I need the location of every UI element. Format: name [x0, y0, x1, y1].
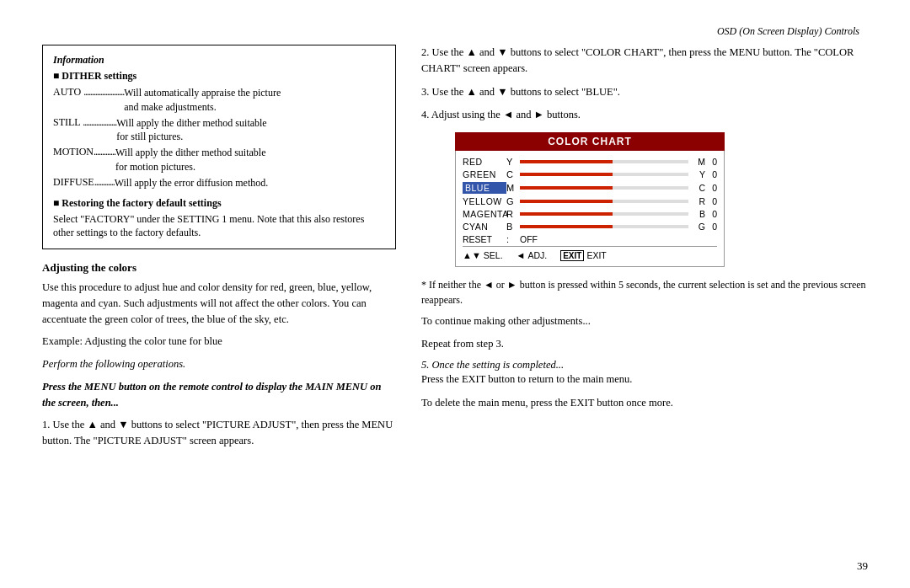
exit-label: EXIT: [586, 250, 606, 260]
bar-fill-blue: [520, 186, 613, 190]
bar-fill-magenta: [520, 212, 613, 216]
chart-reset-row: RESET : OFF: [463, 234, 717, 244]
row-value-red: 0: [705, 157, 717, 167]
row-letter-cyan: B: [506, 222, 520, 232]
bar-track-green: [520, 173, 688, 176]
reset-colon: :: [506, 234, 520, 244]
bar-fill-yellow: [520, 200, 613, 203]
sel-label: SEL.: [484, 250, 503, 260]
note1-text: * If neither the ◄ or ► button is presse…: [421, 277, 868, 307]
chart-title: COLOR CHART: [455, 132, 725, 151]
example-text: Example: Adjusting the color tune for bl…: [42, 334, 396, 350]
dither-title: ■ DITHER settings: [53, 70, 385, 83]
perform-text: Perform the following operations.: [42, 356, 396, 372]
setting-desc-diffuse: Will apply the error diffusion method.: [115, 176, 385, 190]
row-suffix-green: Y: [690, 169, 705, 179]
setting-motion: MOTION............. Will apply the dithe…: [53, 146, 385, 174]
row-letter-green: C: [506, 169, 520, 179]
bar-track-blue: [520, 186, 688, 190]
bar-fill-red: [520, 160, 613, 163]
row-label-cyan: CYAN: [463, 222, 506, 232]
adj-body: Use this procedure to adjust hue and col…: [42, 280, 396, 327]
row-label-magenta: MAGENTA: [463, 209, 506, 219]
row-letter-yellow: G: [506, 196, 520, 206]
chart-row-magenta: MAGENTA R B 0: [463, 209, 717, 219]
setting-key-still: STILL ....................: [53, 116, 116, 145]
bar-area-blue: [520, 184, 688, 192]
row-value-cyan: 0: [705, 222, 717, 232]
info-label: Information: [53, 54, 385, 67]
step2-text: 2. Use the ▲ and ▼ buttons to select "CO…: [421, 45, 868, 78]
bar-area-magenta: [520, 210, 688, 218]
setting-key-auto: AUTO ........................: [53, 86, 124, 115]
row-label-red: RED: [463, 157, 506, 167]
press-exit-text: Press the EXIT button to return to the m…: [421, 372, 868, 388]
to-delete-text: To delete the main menu, press the EXIT …: [421, 395, 868, 411]
row-value-blue: 0: [705, 183, 717, 193]
chart-row-blue: BLUE M C 0: [463, 182, 717, 194]
chart-row-red: RED Y M 0: [463, 157, 717, 167]
right-column: 2. Use the ▲ and ▼ buttons to select "CO…: [421, 45, 868, 563]
row-suffix-red: M: [690, 157, 705, 167]
row-label-blue: BLUE: [463, 182, 506, 194]
press-text: Press the MENU button on the remote cont…: [42, 379, 396, 411]
setting-still: STILL .................... Will apply th…: [53, 116, 385, 145]
restore-title: ■ Restoring the factory default settings: [53, 197, 385, 210]
row-letter-blue: M: [506, 183, 520, 193]
chart-footer: ▲▼ SEL. ◄ ADJ. EXIT EXIT: [463, 246, 717, 261]
restore-section: ■ Restoring the factory default settings…: [53, 197, 385, 241]
bar-area-red: [520, 158, 688, 166]
row-letter-magenta: R: [506, 209, 520, 219]
bar-area-yellow: [520, 197, 688, 206]
row-suffix-blue: C: [690, 183, 705, 193]
bar-track-magenta: [520, 212, 688, 216]
step4-text: 4. Adjust using the ◄ and ► buttons.: [421, 107, 868, 123]
footer-sel: ▲▼ SEL.: [463, 250, 503, 260]
adj-label: ADJ.: [527, 250, 547, 260]
setting-desc-auto: Will automatically appraise the picturea…: [124, 86, 385, 115]
row-value-yellow: 0: [705, 196, 717, 206]
info-box: Information ■ DITHER settings AUTO .....…: [42, 45, 396, 249]
bar-track-yellow: [520, 200, 688, 203]
row-label-yellow: YELLOW: [463, 196, 506, 206]
chart-row-yellow: YELLOW G R 0: [463, 196, 717, 206]
page-header: OSD (On Screen Display) Controls: [42, 25, 868, 38]
once-italic-text: 5. Once the setting is completed...: [421, 359, 868, 372]
page-number: 39: [857, 559, 868, 573]
reset-label: RESET: [463, 234, 506, 244]
repeat-step-text: Repeat from step 3.: [421, 336, 868, 352]
bar-area-cyan: [520, 222, 688, 231]
chart-row-green: GREEN C Y 0: [463, 169, 717, 179]
row-suffix-magenta: B: [690, 209, 705, 219]
bar-fill-cyan: [520, 225, 613, 228]
bar-area-green: [520, 170, 688, 179]
to-continue-text: To continue making other adjustments...: [421, 313, 868, 329]
setting-desc-still: Will apply the dither method suitablefor…: [116, 116, 385, 145]
restore-text: Select "FACTORY" under the SETTING 1 men…: [53, 212, 385, 241]
adj-arrow-icon: ◄: [517, 250, 526, 260]
color-chart: COLOR CHART RED Y M 0: [455, 132, 725, 267]
left-column: Information ■ DITHER settings AUTO .....…: [42, 45, 396, 563]
row-value-green: 0: [705, 169, 717, 179]
sel-arrow-icon: ▲▼: [463, 250, 481, 260]
bar-fill-green: [520, 173, 613, 176]
row-letter-red: Y: [506, 157, 520, 167]
bar-track-red: [520, 160, 688, 163]
setting-key-diffuse: DIFFUSE............: [53, 176, 115, 190]
page: OSD (On Screen Display) Controls Informa…: [0, 0, 910, 588]
bar-track-cyan: [520, 225, 688, 228]
setting-diffuse: DIFFUSE............ Will apply the error…: [53, 176, 385, 190]
row-suffix-cyan: G: [690, 222, 705, 232]
reset-value: OFF: [520, 234, 538, 244]
row-label-green: GREEN: [463, 169, 506, 179]
setting-key-motion: MOTION.............: [53, 146, 115, 174]
footer-adj: ◄ ADJ.: [517, 250, 548, 260]
exit-box-icon: EXIT: [560, 250, 584, 261]
row-suffix-yellow: R: [690, 196, 705, 206]
step3-text: 3. Use the ▲ and ▼ buttons to select "BL…: [421, 84, 868, 100]
chart-row-cyan: CYAN B G 0: [463, 222, 717, 232]
adj-title: Adjusting the colors: [42, 261, 396, 275]
footer-exit: EXIT EXIT: [560, 250, 607, 261]
setting-desc-motion: Will apply the dither method suitablefor…: [115, 146, 385, 174]
main-content: Information ■ DITHER settings AUTO .....…: [42, 45, 868, 563]
